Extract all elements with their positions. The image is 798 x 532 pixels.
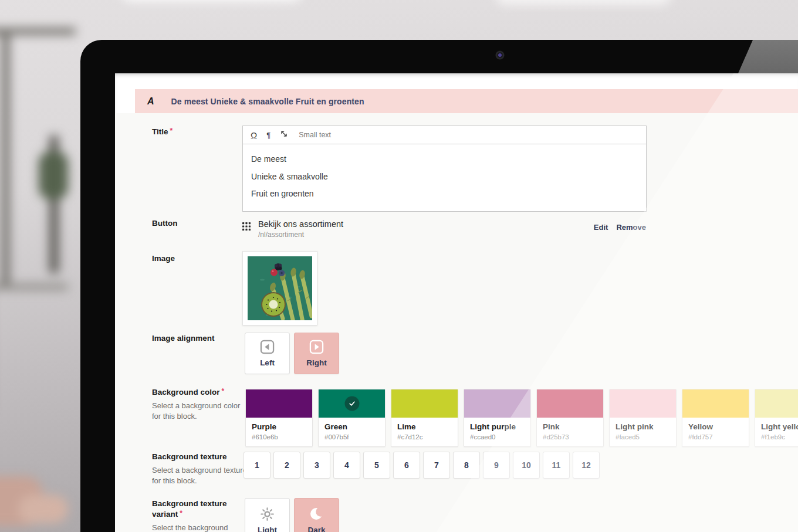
required-mark: *: [180, 509, 182, 517]
screen: A De meest Unieke & smaakvolle Fruit en …: [115, 73, 798, 532]
variant-dark-label: Dark: [307, 526, 325, 532]
image-thumbnail[interactable]: [242, 251, 317, 326]
texture-button-4[interactable]: 4: [333, 452, 360, 479]
swatch-hex: #ccaed0: [470, 433, 525, 440]
swatch-color-block: [464, 389, 530, 418]
align-right-label: Right: [306, 358, 327, 367]
swatch-name: Light pink: [616, 422, 670, 431]
swatch-color-block: [682, 389, 749, 418]
texture-button-11[interactable]: 11: [543, 452, 570, 479]
block-banner-title: De meest Unieke & smaakvolle Fruit en gr…: [171, 97, 364, 106]
texture-button-12[interactable]: 12: [573, 452, 600, 479]
swatch-pink[interactable]: Pink #d25b73: [536, 389, 604, 447]
swatch-hex: #fdd757: [688, 433, 743, 440]
align-left-button[interactable]: Left: [245, 333, 290, 374]
texture-button-1[interactable]: 1: [244, 452, 270, 479]
variant-dark-button[interactable]: Dark: [294, 498, 339, 532]
title-line: Fruit en groenten: [251, 189, 638, 198]
window-frame: [2, 28, 9, 289]
swatch-name: Lime: [397, 422, 452, 431]
variant-light-label: Light: [258, 526, 277, 532]
image-alignment-options: Left Right: [245, 333, 339, 374]
variant-light-button[interactable]: Light: [245, 498, 290, 532]
button-value: Bekijk ons assortiment: [258, 219, 343, 229]
align-right-button[interactable]: Right: [294, 333, 339, 374]
swatch-hex: #610e6b: [252, 433, 306, 440]
image-label: Image: [152, 254, 175, 263]
texture-button-3[interactable]: 3: [303, 452, 330, 479]
background-texture-description: Select a background texture for this blo…: [152, 465, 247, 486]
background-texture-options: 1 2 3 4 5 6 7 8 9 10 11 12: [244, 452, 600, 479]
window-frame: [0, 284, 68, 290]
paragraph-icon[interactable]: ¶: [266, 131, 270, 140]
swatch-lime[interactable]: Lime #c7d12c: [391, 389, 458, 447]
background-texture-variant-description: Select the background: [152, 523, 247, 532]
texture-button-2[interactable]: 2: [273, 452, 300, 479]
swatch-name: Light yellow: [761, 422, 798, 431]
title-line: De meest: [251, 154, 638, 164]
title-editor-content[interactable]: De meest Unieke & smaakvolle Fruit en gr…: [242, 144, 647, 212]
required-mark: *: [170, 127, 173, 135]
texture-button-9[interactable]: 9: [483, 452, 510, 479]
swatch-light-pink[interactable]: Light pink #faced5: [609, 389, 677, 447]
button-label: Button: [152, 219, 177, 228]
align-left-icon: [260, 340, 275, 354]
swatch-light-yellow[interactable]: Light yellow #f1eb9c: [755, 389, 798, 447]
drag-handle-icon[interactable]: [242, 222, 251, 239]
block-type-icon: A: [147, 96, 154, 107]
texture-button-6[interactable]: 6: [393, 452, 420, 479]
sun-icon: [260, 507, 275, 521]
block-banner[interactable]: A De meest Unieke & smaakvolle Fruit en …: [135, 89, 798, 113]
swatch-color-block: [391, 389, 458, 418]
swatch-hex: #f1eb9c: [761, 433, 798, 440]
texture-button-10[interactable]: 10: [513, 452, 540, 479]
swatch-green[interactable]: Green #007b5f: [318, 389, 386, 447]
edit-link[interactable]: Edit: [594, 223, 608, 239]
swatch-hex: #c7d12c: [397, 433, 452, 440]
swatch-color-block: [319, 389, 385, 418]
moon-icon: [309, 506, 324, 521]
swatch-color-block: [246, 389, 312, 418]
align-right-icon: [309, 340, 324, 354]
ceiling-light-blob: [121, 0, 303, 1]
swatch-color-block: [610, 389, 676, 418]
title-line: Unieke & smaakvolle: [251, 172, 638, 181]
bezel-reflection: [726, 40, 798, 73]
background-color-description: Select a background color for this block…: [152, 401, 247, 421]
texture-button-5[interactable]: 5: [363, 452, 390, 479]
swatch-name: Green: [324, 422, 379, 431]
swatch-yellow[interactable]: Yellow #fdd757: [682, 389, 749, 447]
editor-toolbar: Ω ¶ Small text: [242, 126, 647, 144]
texture-button-7[interactable]: 7: [423, 452, 450, 479]
background-texture-variant-options: Light Dark: [245, 498, 339, 532]
swatch-name: Yellow: [688, 422, 743, 431]
swatch-color-block: [537, 389, 603, 418]
swatch-purple[interactable]: Purple #610e6b: [245, 389, 313, 447]
button-actions: Edit Remove: [594, 219, 646, 239]
background-color-swatches: Purple #610e6b Green #007b5f Lime #c7d12…: [245, 389, 798, 447]
small-text-button[interactable]: Small text: [299, 131, 331, 139]
swatch-hex: #007b5f: [324, 433, 379, 440]
webcam: [495, 50, 505, 60]
resize-diagonal-icon[interactable]: [280, 130, 288, 140]
selected-check-icon: [344, 397, 359, 411]
required-mark: *: [222, 387, 225, 395]
swatch-name: Pink: [543, 422, 597, 431]
texture-button-8[interactable]: 8: [453, 452, 480, 479]
plant-blob: [39, 151, 68, 199]
background-texture-label: Background texture: [152, 452, 227, 461]
vegetables-photo: [248, 256, 312, 320]
remove-link[interactable]: Remove: [616, 223, 646, 239]
window-frame: [0, 28, 76, 35]
person-blob: [18, 495, 68, 523]
special-character-icon[interactable]: Ω: [251, 130, 257, 140]
image-alignment-label: Image alignment: [152, 334, 215, 343]
swatch-color-block: [755, 389, 798, 418]
swatch-light-purple[interactable]: Light purple #ccaed0: [464, 389, 531, 447]
background-color-label: Background color*: [152, 388, 224, 397]
swatch-name: Light purple: [470, 422, 525, 431]
background-texture-variant-label: Background texture variant*: [152, 499, 228, 520]
button-url: /nl/assortiment: [258, 231, 343, 239]
swatch-hex: #d25b73: [543, 433, 597, 440]
swatch-name: Purple: [252, 422, 306, 431]
